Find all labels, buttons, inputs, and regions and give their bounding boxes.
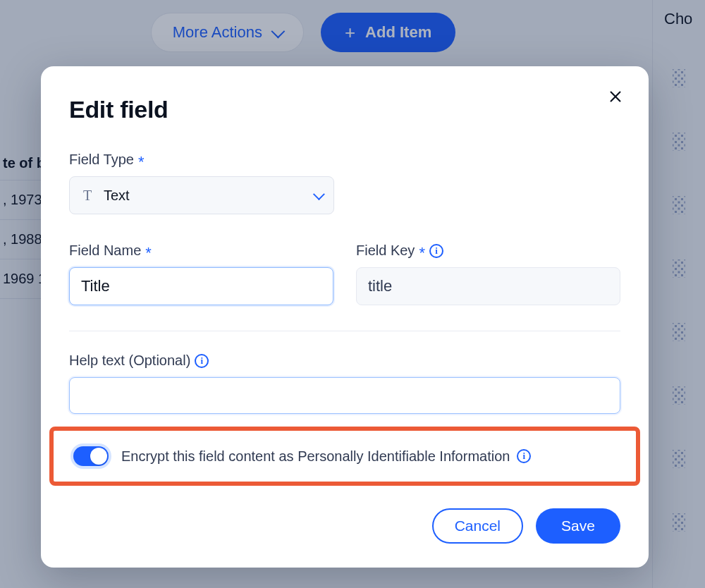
field-name-label-row: Field Name * — [69, 243, 333, 259]
save-label: Save — [561, 517, 595, 534]
field-type-value: Text — [104, 188, 304, 204]
text-type-icon: T — [81, 188, 94, 204]
info-icon[interactable]: i — [429, 244, 443, 258]
help-text-label: Help text (Optional) — [69, 353, 190, 369]
cancel-label: Cancel — [455, 517, 501, 534]
field-key-label: Field Key — [356, 243, 415, 259]
field-name-input[interactable] — [69, 267, 333, 305]
field-name-label: Field Name — [69, 243, 141, 259]
save-button[interactable]: Save — [536, 508, 620, 544]
field-type-label: Field Type — [69, 152, 134, 168]
encrypt-highlight: Encrypt this field content as Personally… — [49, 427, 640, 486]
help-text-input[interactable] — [69, 377, 620, 414]
modal-actions: Cancel Save — [69, 508, 620, 544]
chevron-down-icon — [313, 188, 325, 200]
edit-field-modal: Edit field Field Type * T Text Field Nam… — [41, 66, 649, 568]
encrypt-label: Encrypt this field content as Personally… — [121, 448, 510, 465]
info-icon[interactable]: i — [517, 449, 531, 463]
toggle-knob — [90, 448, 107, 465]
field-type-select[interactable]: T Text — [69, 176, 334, 214]
field-type-label-row: Field Type * — [69, 152, 620, 168]
encrypt-toggle[interactable] — [73, 446, 109, 466]
field-key-input[interactable] — [356, 267, 620, 305]
info-icon[interactable]: i — [195, 354, 209, 368]
close-button[interactable] — [605, 86, 626, 107]
divider — [69, 331, 620, 331]
modal-title: Edit field — [69, 96, 620, 123]
close-icon — [608, 89, 623, 104]
help-text-label-row: Help text (Optional) i — [69, 353, 620, 369]
cancel-button[interactable]: Cancel — [432, 508, 523, 544]
field-key-label-row: Field Key * i — [356, 243, 620, 259]
